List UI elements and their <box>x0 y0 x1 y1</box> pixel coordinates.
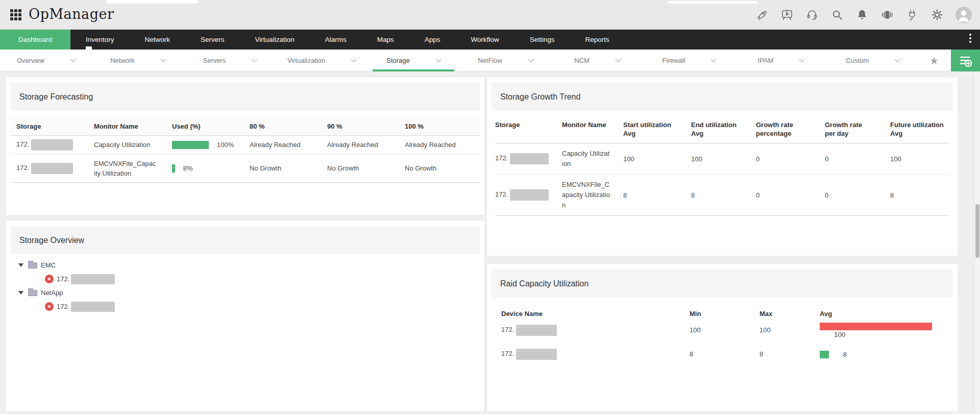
tree-device-item[interactable]: ✕ 172. <box>18 300 484 313</box>
tree-device-item[interactable]: ✕ 172. <box>18 272 484 286</box>
dashboard-content: Storage Forecasting Storage Monitor Name… <box>0 71 980 414</box>
table-header-row: Storage Monitor Name Used (%) 80 % 90 % … <box>11 117 480 136</box>
redacted-text <box>516 325 557 336</box>
table-row: 172. 8 8 8 <box>495 342 949 366</box>
table-row: 172. Capacity Utilization 100 100 0 0 10… <box>495 143 949 175</box>
scrollbar-thumb[interactable] <box>975 204 979 258</box>
tab-ncm[interactable]: NCM <box>551 50 643 71</box>
nav-item-apps[interactable]: Apps <box>409 30 456 50</box>
device-link[interactable]: 172. <box>495 189 562 201</box>
tab-storage[interactable]: Storage <box>368 50 459 71</box>
tree-group-netapp[interactable]: NetApp <box>18 286 484 300</box>
top-bar: OpManager <box>0 0 980 30</box>
redacted-text <box>510 189 549 201</box>
nav-item-servers[interactable]: Servers <box>185 30 240 50</box>
device-link[interactable]: 172. <box>495 153 562 164</box>
table-header-row: Storage Monitor Name Start utilization A… <box>495 116 949 143</box>
device-link[interactable]: 172. <box>501 325 690 336</box>
redacted-text <box>516 349 557 360</box>
tab-servers[interactable]: Servers <box>184 50 276 71</box>
redacted-text <box>510 153 549 164</box>
chevron-down-icon <box>70 56 76 62</box>
avg-bar <box>820 351 829 358</box>
widget-title: Raid Capacity Utilization <box>492 270 953 298</box>
chevron-down-icon <box>799 56 805 62</box>
support-headset-icon[interactable] <box>805 8 819 21</box>
app-logo: OpManager <box>29 6 114 22</box>
table-row: 172. EMCVNXFile_Capacity Utilization 8 8… <box>495 175 949 216</box>
dashboard-subnav: Overview Network Servers Virtualization … <box>0 50 980 71</box>
storage-tree: EMC ✕ 172. NetApp ✕ 172. <box>18 258 484 313</box>
favorite-star-icon[interactable]: ★ <box>924 50 944 71</box>
table-row: 172. EMCVNXFile_Capacity Utilization 8% … <box>11 154 480 183</box>
screen-artifact <box>668 1 757 4</box>
widget-title: Storage Overview <box>11 226 480 254</box>
redacted-text <box>71 274 115 284</box>
tree-group-emc[interactable]: EMC <box>18 258 484 272</box>
device-link[interactable]: 172. <box>16 139 94 151</box>
tab-custom[interactable]: Custom <box>827 50 919 71</box>
nav-item-settings[interactable]: Settings <box>514 30 570 50</box>
app-grid-icon[interactable] <box>10 9 22 21</box>
folder-icon <box>28 262 37 269</box>
device-link[interactable]: 172. <box>501 349 690 360</box>
tab-firewall[interactable]: Firewall <box>643 50 735 71</box>
nav-item-maps[interactable]: Maps <box>362 30 409 50</box>
nav-item-dashboard[interactable]: Dashboard <box>0 30 70 50</box>
widget-raid-capacity-utilization: Raid Capacity Utilization Device Name Mi… <box>487 264 958 411</box>
avg-bar <box>820 323 932 330</box>
table-header-row: Device Name Min Max Avg <box>495 298 949 318</box>
table-row: 172. Capacity Utilization 100% Already R… <box>11 136 480 154</box>
chevron-down-icon <box>160 56 166 62</box>
usage-bar <box>172 164 175 173</box>
tab-overview[interactable]: Overview <box>0 50 92 71</box>
widget-title: Storage Forecasting <box>11 83 480 111</box>
gear-icon[interactable] <box>930 8 944 21</box>
tab-virtualization[interactable]: Virtualization <box>276 50 368 71</box>
nav-item-virtualization[interactable]: Virtualization <box>240 30 310 50</box>
chevron-down-icon <box>252 56 257 62</box>
nav-item-workflow[interactable]: Workflow <box>455 30 514 50</box>
chevron-down-icon <box>351 56 356 62</box>
redacted-text <box>71 302 115 312</box>
demo-video-icon[interactable] <box>780 8 794 21</box>
chevron-down-icon <box>895 56 900 62</box>
page-scrollbar[interactable] <box>974 71 980 414</box>
plugin-icon[interactable] <box>905 8 919 21</box>
tree-expand-icon[interactable] <box>18 291 23 295</box>
device-link[interactable]: 172. <box>16 163 94 174</box>
devices-icon[interactable] <box>880 8 894 21</box>
chevron-down-icon <box>615 56 621 62</box>
tab-network[interactable]: Network <box>92 50 184 71</box>
tab-ipam[interactable]: IPAM <box>735 50 827 71</box>
user-avatar[interactable] <box>955 7 972 23</box>
error-status-icon: ✕ <box>45 302 54 311</box>
error-status-icon: ✕ <box>45 275 54 283</box>
screen-artifact <box>106 0 198 4</box>
tree-expand-icon[interactable] <box>18 263 23 267</box>
main-nav: Dashboard Inventory Network Servers Virt… <box>0 30 980 50</box>
launch-icon[interactable] <box>755 8 769 21</box>
notifications-bell-icon[interactable] <box>855 8 869 21</box>
widget-storage-forecasting: Storage Forecasting Storage Monitor Name… <box>6 77 484 215</box>
nav-item-alarms[interactable]: Alarms <box>310 30 362 50</box>
more-menu-icon[interactable] <box>966 34 975 46</box>
tab-netflow[interactable]: NetFlow <box>459 50 551 71</box>
folder-icon <box>28 290 37 296</box>
chevron-down-icon <box>528 56 533 62</box>
usage-bar <box>172 141 209 149</box>
table-row: 172. 100 100 100 <box>495 318 949 342</box>
nav-item-inventory[interactable]: Inventory <box>70 30 130 50</box>
chevron-down-icon <box>435 56 441 62</box>
nav-item-network[interactable]: Network <box>130 30 186 50</box>
redacted-text <box>31 163 73 174</box>
widget-storage-overview: Storage Overview EMC ✕ 172. NetApp ✕ 172… <box>6 221 484 411</box>
redacted-text <box>31 139 73 151</box>
widget-title: Storage Growth Trend <box>492 83 953 111</box>
nav-item-reports[interactable]: Reports <box>570 30 625 50</box>
add-dashboard-button[interactable] <box>951 50 980 71</box>
chevron-down-icon <box>711 56 717 62</box>
search-icon[interactable] <box>830 8 844 21</box>
widget-storage-growth-trend: Storage Growth Trend Storage Monitor Nam… <box>487 77 958 256</box>
